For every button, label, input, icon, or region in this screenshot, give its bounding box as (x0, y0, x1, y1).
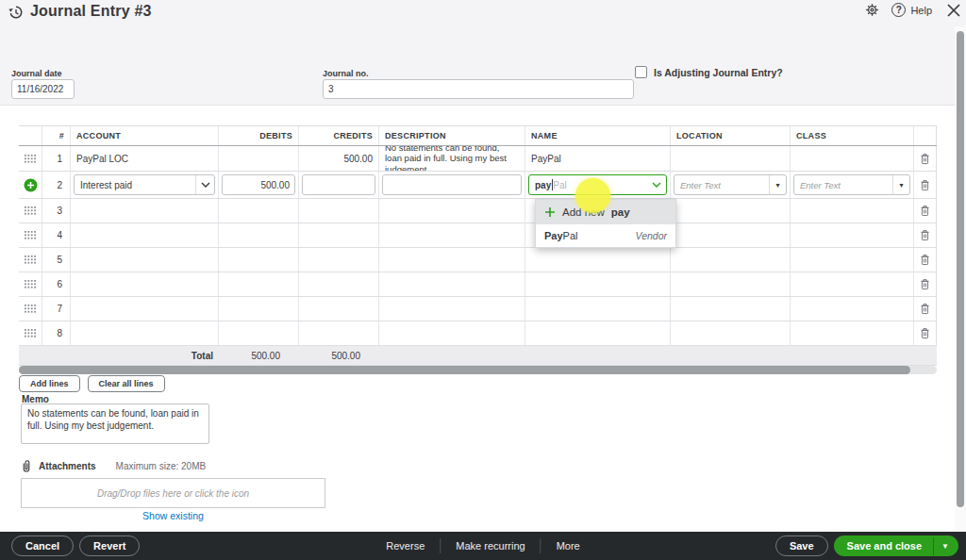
drag-handle-icon[interactable] (19, 199, 42, 222)
save-options-caret-icon[interactable]: ▼ (933, 537, 958, 555)
trash-icon[interactable] (914, 272, 937, 296)
description-cell[interactable] (379, 297, 525, 321)
credits-cell[interactable] (299, 223, 379, 247)
footer-divider (440, 538, 441, 553)
account-cell[interactable] (71, 297, 219, 321)
debits-cell[interactable] (219, 199, 299, 222)
description-cell[interactable] (379, 223, 525, 247)
save-and-close-button[interactable]: Save and close ▼ (834, 535, 958, 556)
trash-icon[interactable] (914, 199, 937, 222)
class-cell[interactable] (791, 223, 914, 247)
horizontal-scrollbar-thumb[interactable] (19, 366, 910, 374)
attachments-header: Attachments Maximum size: 20MB (21, 459, 206, 473)
gear-icon[interactable] (864, 2, 880, 18)
drag-handle-icon[interactable] (19, 223, 42, 247)
drag-handle-icon[interactable] (19, 297, 42, 321)
adjusting-entry-checkbox[interactable] (635, 66, 647, 78)
account-cell[interactable]: PayPal LOC (71, 146, 219, 171)
show-existing-link[interactable]: Show existing (21, 510, 325, 521)
description-cell[interactable] (379, 321, 525, 345)
trash-icon[interactable] (914, 172, 937, 198)
name-cell[interactable] (525, 248, 671, 272)
account-cell[interactable] (71, 223, 219, 247)
revert-button[interactable]: Revert (79, 535, 140, 556)
add-lines-button[interactable]: Add lines (19, 375, 80, 392)
reverse-button[interactable]: Reverse (386, 540, 425, 552)
description-cell[interactable]: No statements can be found, loan paid in… (379, 146, 525, 171)
location-cell[interactable] (671, 321, 791, 345)
class-cell[interactable] (791, 199, 914, 222)
debit-input[interactable] (222, 174, 295, 195)
debits-cell[interactable] (219, 223, 299, 247)
class-cell[interactable] (791, 321, 914, 345)
class-cell[interactable] (791, 146, 914, 171)
description-cell[interactable] (379, 248, 525, 272)
description-cell[interactable] (379, 272, 525, 296)
class-cell[interactable] (791, 248, 914, 272)
cancel-button[interactable]: Cancel (11, 535, 74, 556)
credits-cell[interactable] (299, 297, 379, 321)
account-cell[interactable] (71, 272, 219, 296)
location-cell[interactable] (671, 199, 791, 222)
name-cell[interactable] (525, 321, 671, 345)
save-button[interactable]: Save (775, 535, 828, 556)
credit-input[interactable] (302, 174, 375, 195)
vendor-option-paypal[interactable]: PayPal Vendor (536, 224, 675, 247)
location-cell[interactable] (671, 297, 791, 321)
location-cell[interactable] (671, 248, 791, 272)
name-cell[interactable]: PayPal (525, 146, 671, 171)
class-cell[interactable] (791, 272, 914, 296)
location-input[interactable]: Enter Text ▾ (674, 174, 787, 195)
name-cell[interactable] (525, 272, 671, 296)
dropdown-caret-icon[interactable]: ▾ (769, 175, 786, 194)
vertical-scrollbar-thumb[interactable] (957, 31, 964, 507)
adjusting-entry-field: Is Adjusting Journal Entry? (635, 66, 783, 78)
account-cell[interactable] (71, 248, 219, 272)
account-cell[interactable] (71, 199, 219, 222)
name-cell[interactable] (525, 297, 671, 321)
description-cell[interactable] (379, 199, 525, 222)
trash-icon[interactable] (914, 297, 937, 321)
drag-handle-icon[interactable] (19, 248, 42, 272)
trash-icon[interactable] (914, 248, 937, 272)
trash-icon[interactable] (914, 321, 937, 345)
credits-cell[interactable] (299, 248, 379, 272)
debits-cell[interactable] (219, 272, 299, 296)
journal-no-input[interactable] (323, 79, 634, 99)
dropdown-caret-icon[interactable]: ▾ (892, 175, 909, 194)
attachments-dropzone[interactable]: Drag/Drop files here or click the icon (21, 478, 325, 508)
help-button[interactable]: ? Help (891, 3, 932, 17)
close-icon[interactable] (945, 2, 962, 19)
clear-all-lines-button[interactable]: Clear all lines (88, 375, 165, 392)
adjusting-entry-label: Is Adjusting Journal Entry? (654, 67, 783, 78)
credits-cell[interactable] (299, 199, 379, 222)
more-button[interactable]: More (557, 540, 580, 552)
location-cell[interactable] (671, 146, 791, 171)
trash-icon[interactable] (914, 146, 937, 171)
class-input[interactable]: Enter Text ▾ (793, 174, 910, 195)
credits-cell[interactable] (299, 321, 379, 345)
journal-date-input[interactable] (11, 79, 75, 99)
recent-transactions-icon[interactable] (8, 4, 25, 21)
make-recurring-button[interactable]: Make recurring (456, 540, 525, 552)
drag-handle-icon[interactable] (19, 272, 42, 296)
location-cell[interactable] (671, 272, 791, 296)
class-cell[interactable] (791, 297, 914, 321)
drag-handle-icon[interactable] (19, 146, 42, 171)
debits-cell[interactable] (219, 146, 299, 171)
add-line-icon[interactable] (19, 172, 42, 198)
account-select[interactable]: Interest paid (74, 174, 215, 195)
description-input[interactable] (382, 174, 522, 195)
account-cell: Interest paid (71, 172, 219, 198)
debits-cell[interactable] (219, 321, 299, 345)
debits-cell[interactable] (219, 248, 299, 272)
credits-cell[interactable]: 500.00 (299, 146, 379, 171)
account-cell[interactable] (71, 321, 219, 345)
memo-textarea[interactable]: No statements can be found, loan paid in… (21, 404, 209, 444)
debits-cell[interactable] (219, 297, 299, 321)
location-cell[interactable] (671, 223, 791, 247)
table-row: 7 (19, 297, 937, 321)
credits-cell[interactable] (299, 272, 379, 296)
trash-icon[interactable] (914, 223, 937, 247)
drag-handle-icon[interactable] (19, 321, 42, 345)
